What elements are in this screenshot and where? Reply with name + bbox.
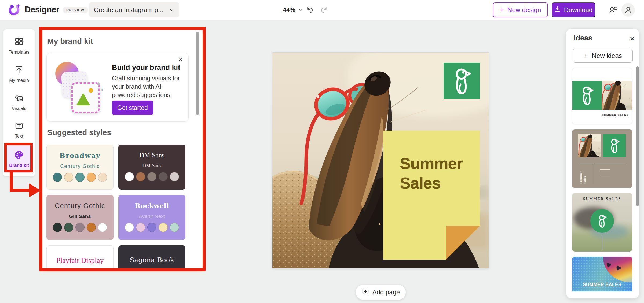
zoom-control[interactable]: 44% [281,5,305,15]
sidebar-item-my-media[interactable]: My media [3,65,35,83]
plus-icon: + [500,5,504,14]
new-ideas-button[interactable]: + New ideas [573,49,633,63]
person-feedback-icon [609,5,618,14]
ideas-scrollbar[interactable] [636,66,639,206]
top-bar: Designer PREVIEW Create an Instagram p..… [0,0,644,20]
sidebar-item-visuals[interactable]: Visuals [3,93,35,111]
dot-graphic [89,88,93,93]
sidebar-item-label: My media [9,78,29,83]
swatch-row [125,223,179,232]
close-icon[interactable]: ✕ [630,35,635,43]
style-subheading: DM Sans [142,163,161,169]
idea-thumbnail-1[interactable]: SUMMER SALES [572,68,632,124]
download-icon [554,6,561,14]
style-card-broadway[interactable]: Broadway Century Gothic [46,145,114,190]
undo-icon [305,6,313,14]
rotated-caption: Summer Sales [574,166,591,184]
account-avatar[interactable] [621,3,635,17]
sidebar-item-templates[interactable]: Templates [3,37,35,55]
add-page-button[interactable]: Add page [356,285,406,300]
brand-kit-palette-icon [14,150,24,161]
sticky-note-element[interactable]: Summer Sales [383,131,480,260]
sidebar-item-text[interactable]: Text [3,121,35,139]
download-button[interactable]: Download [552,2,595,17]
color-swatch [98,173,107,182]
green-bird-logo [603,134,626,157]
heart-sunglasses-icon: ♥ [614,263,623,274]
undo-button[interactable] [304,4,315,16]
style-card-rockwell[interactable]: Rockwell Avenir Next [118,195,185,240]
sidebar-item-brand-kit[interactable]: Brand kit [6,145,32,173]
document-title-dropdown[interactable]: Create an Instagram p... [89,2,179,17]
promo-body: Craft stunning visuals for your brand wi… [112,74,186,99]
new-design-label: New design [507,6,541,14]
zoom-level: 44% [283,6,295,14]
style-heading: Broadway [60,152,101,160]
placeholder-line [600,169,610,170]
add-page-label: Add page [372,289,400,296]
designer-app: Designer PREVIEW Create an Instagram p..… [0,0,644,303]
style-card-playfair-display[interactable]: Playfair Display Tw Cen MT [46,245,114,271]
style-subheading: Century Gothic [60,163,100,169]
placeholder-line [600,176,610,176]
idea-thumbnail-3[interactable]: SUMMER SALES [572,193,632,252]
thumb-caption: SUMMER SALES [572,197,632,201]
build-brand-kit-card: ✦ ✦ ✕ Build your brand kit Craft stunnin… [46,53,189,122]
dog-photo-crop [578,134,601,157]
suggested-styles-title: Suggested styles [47,128,111,137]
add-page-icon [362,288,369,297]
designer-logo-icon [8,3,21,16]
download-label: Download [564,6,593,14]
design-canvas[interactable]: Summer Sales [272,53,489,268]
color-swatch [147,223,156,232]
style-subheading: Tw Cen MT [67,268,93,271]
panel-scrollbar[interactable] [196,32,199,115]
feedback-button[interactable] [608,4,619,16]
heart-sunglasses-icon: ♥ [605,260,613,270]
style-heading: DM Sans [139,152,164,159]
divider-line [578,164,626,164]
sparkle-icon: ✦ [96,80,101,88]
text-icon [14,121,24,132]
idea-thumbnail-2[interactable]: Summer Sales [572,129,632,188]
style-card-century-gothic[interactable]: Century Gothic Gill Sans [46,195,114,240]
color-swatch [53,223,62,232]
close-icon[interactable]: ✕ [178,56,183,63]
left-toolbar: Templates My media Visuals [3,29,35,176]
note-text[interactable]: Summer Sales [400,154,466,193]
style-subheading: Sagona Book [135,268,169,271]
plus-icon: + [583,51,588,60]
color-swatch [53,173,62,182]
sidebar-item-label: Brand kit [9,163,29,168]
redo-button[interactable] [319,4,330,16]
person-icon [624,6,632,14]
color-swatch [64,223,73,232]
color-swatch [125,223,134,232]
get-started-button[interactable]: Get started [112,101,153,115]
color-swatch [159,172,168,181]
style-heading: Playfair Display [56,256,104,265]
ideas-title: Ideas [574,34,592,42]
color-swatch [159,223,168,232]
green-bird-logo [572,81,602,110]
color-swatch [125,172,134,181]
thumb-caption: SUMMER SALES [602,114,629,117]
idea-thumbnail-4[interactable]: ♥ ♥ SUMMER SALES [572,257,632,291]
swatch-row [53,223,107,232]
color-swatch [98,223,107,232]
divider-line [602,235,602,250]
green-bird-logo[interactable] [444,63,480,99]
promo-title: Build your brand kit [112,64,180,72]
color-swatch [147,172,156,181]
brand-kit-illustration: ✦ ✦ [50,60,104,114]
style-heading: Century Gothic [55,202,105,210]
new-ideas-label: New ideas [592,52,622,60]
style-card-sagona-book[interactable]: Sagona Book Sagona Book [118,245,185,271]
color-swatch [87,173,96,182]
style-card-dm-sans[interactable]: DM Sans DM Sans [118,145,185,190]
new-design-button[interactable]: + New design [493,2,548,17]
color-swatch [170,172,179,181]
annotation-arrow-head [29,183,41,197]
document-title: Create an Instagram p... [94,6,163,14]
swatch-row [125,172,179,181]
